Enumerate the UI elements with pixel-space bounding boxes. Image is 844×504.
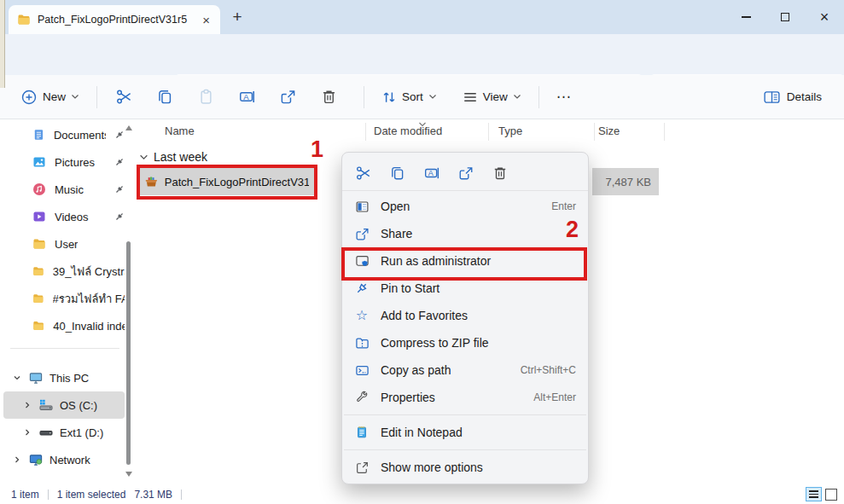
- sidebar-item-label: Music: [55, 183, 84, 196]
- details-pane-button[interactable]: Details: [755, 85, 830, 109]
- column-separator[interactable]: [488, 123, 489, 141]
- show-more-options-icon: [354, 461, 370, 475]
- sort-button-label: Sort: [402, 90, 423, 103]
- zip-folder-icon: [354, 336, 370, 350]
- new-button[interactable]: New: [14, 84, 86, 111]
- sidebar-scroll-down-arrow[interactable]: [125, 472, 132, 477]
- group-header-last-week[interactable]: Last week: [139, 150, 207, 164]
- paste-button[interactable]: [189, 83, 222, 112]
- toolbar-separator: [538, 86, 539, 108]
- column-separator[interactable]: [365, 123, 366, 141]
- sidebar-item-ext1-d[interactable]: Ext1 (D:): [3, 419, 125, 446]
- new-tab-button[interactable]: +: [227, 7, 247, 27]
- sidebar-divider: [10, 348, 119, 349]
- sidebar-item-music[interactable]: Music: [3, 176, 125, 203]
- menu-item-compress-to-zip[interactable]: Compress to ZIP file: [346, 329, 585, 356]
- chevron-right-icon[interactable]: [22, 428, 32, 437]
- sidebar-item-label: User: [55, 238, 78, 251]
- column-header-date-modified[interactable]: Date modified: [374, 125, 442, 137]
- sidebar-scrollbar-thumb[interactable]: [126, 241, 131, 465]
- column-header-size[interactable]: Size: [598, 125, 620, 137]
- drive-icon: [39, 426, 53, 438]
- sidebar-item-label: 40_Invalid index: [53, 320, 125, 333]
- trash-icon: [492, 165, 508, 181]
- sidebar-item-crystal-folder[interactable]: 39_ไฟล์ Crystral.: [3, 258, 125, 285]
- column-header-type[interactable]: Type: [498, 125, 522, 137]
- chevron-right-icon[interactable]: [22, 401, 32, 409]
- rename-icon: A: [239, 89, 255, 105]
- window-edge-artifact: [0, 0, 5, 88]
- menu-item-open[interactable]: Open Enter: [346, 193, 585, 220]
- trash-icon: [321, 89, 337, 105]
- sidebar-scroll-up-arrow[interactable]: [125, 125, 132, 130]
- sidebar-item-network[interactable]: Network: [3, 446, 125, 473]
- sort-button[interactable]: Sort: [375, 84, 444, 110]
- menu-item-copy-as-path[interactable]: Copy as path Ctrl+Shift+C: [346, 356, 585, 384]
- sidebar-item-pictures[interactable]: Pictures: [3, 148, 125, 176]
- menu-item-show-more-options[interactable]: Show more options: [346, 454, 585, 481]
- explorer-tab[interactable]: Patch_FixLogoPrintDirectV31r5 ×: [9, 5, 220, 34]
- menu-item-shortcut: Enter: [551, 200, 576, 212]
- share-icon: [354, 227, 370, 241]
- annotation-step-1: 1: [311, 136, 323, 163]
- sidebar-item-documents[interactable]: Documents: [3, 121, 125, 148]
- sidebar-item-this-pc[interactable]: This PC: [3, 364, 125, 391]
- sidebar-item-label: Network: [49, 454, 90, 466]
- context-delete-button[interactable]: [487, 160, 513, 186]
- column-header-name[interactable]: Name: [165, 125, 195, 137]
- copy-button[interactable]: [148, 83, 181, 112]
- share-button[interactable]: [271, 83, 304, 112]
- menu-item-add-to-favorites[interactable]: ☆ Add to Favorites: [346, 302, 585, 329]
- context-menu: A Open Enter Share Run as administ: [341, 152, 589, 484]
- menu-item-properties[interactable]: Properties Alt+Enter: [346, 384, 585, 411]
- sidebar-item-user-folder[interactable]: User: [3, 230, 125, 258]
- menu-item-label: Edit in Notepad: [381, 426, 463, 439]
- thumbnail-view-toggle[interactable]: [825, 489, 837, 501]
- documents-icon: [32, 128, 45, 142]
- menu-item-label: Open: [381, 200, 410, 213]
- menu-item-share[interactable]: Share: [346, 220, 585, 247]
- copy-icon: [390, 165, 405, 181]
- cut-icon: [116, 89, 132, 105]
- column-separator[interactable]: [594, 123, 595, 141]
- folder-icon: [32, 264, 44, 278]
- tab-title: Patch_FixLogoPrintDirectV31r5: [38, 14, 194, 26]
- view-toggle-group: [806, 487, 837, 501]
- column-separator[interactable]: [664, 123, 665, 141]
- pin-icon: [354, 281, 370, 295]
- close-button[interactable]: ×: [805, 0, 844, 34]
- cut-button[interactable]: [108, 83, 140, 112]
- file-explorer-window: Patch_FixLogoPrintDirectV31r5 × + × ← → …: [0, 0, 844, 504]
- rename-button[interactable]: A: [230, 83, 263, 112]
- context-cut-button[interactable]: [351, 160, 376, 186]
- this-pc-icon: [29, 372, 43, 385]
- context-menu-items: Open Enter Share Run as administrator Pi…: [342, 191, 588, 481]
- minimize-button[interactable]: [726, 0, 765, 34]
- rename-icon: A: [424, 165, 439, 181]
- context-rename-button[interactable]: A: [419, 160, 445, 186]
- context-share-button[interactable]: [453, 160, 479, 186]
- menu-item-edit-in-notepad[interactable]: Edit in Notepad: [346, 419, 585, 446]
- toolbar-separator: [364, 86, 364, 108]
- navigation-pane: Documents Pictures Music Videos User 39_…: [0, 119, 137, 484]
- view-button-label: View: [483, 90, 508, 103]
- chevron-right-icon[interactable]: [12, 455, 22, 464]
- details-view-toggle[interactable]: [806, 487, 822, 501]
- context-copy-button[interactable]: [385, 160, 410, 186]
- annotation-box-file: [137, 165, 317, 200]
- new-button-label: New: [43, 90, 66, 103]
- tab-close-icon[interactable]: ×: [201, 14, 212, 26]
- pin-icon: [114, 211, 125, 222]
- sidebar-item-videos[interactable]: Videos: [3, 203, 125, 230]
- view-button[interactable]: View: [456, 84, 528, 110]
- delete-button[interactable]: [312, 83, 345, 112]
- sidebar-item-invalid-index-folder[interactable]: 40_Invalid index: [3, 312, 125, 339]
- chevron-down-icon: [139, 153, 148, 162]
- sidebar-item-os-c[interactable]: OS (C:): [3, 391, 125, 419]
- sidebar-item-faq-folder[interactable]: #รวมไฟล์ทำ FAQ: [3, 285, 125, 312]
- maximize-button[interactable]: [765, 0, 805, 34]
- chevron-down-icon[interactable]: [12, 374, 22, 382]
- more-options-button[interactable]: ⋯: [550, 83, 578, 111]
- maximize-icon: [781, 13, 789, 21]
- command-toolbar: New A Sort View: [0, 75, 844, 119]
